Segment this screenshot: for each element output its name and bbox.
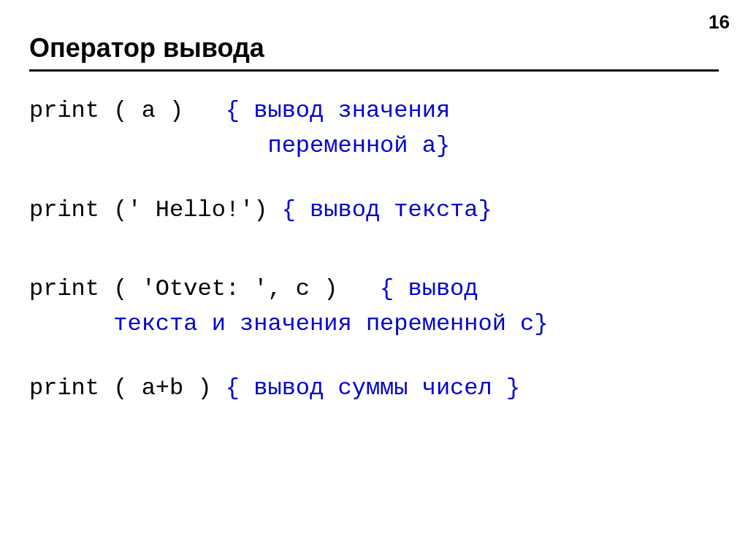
example-4: print ( a+b ) { вывод суммы чисел } [29, 371, 719, 406]
comment-text: { вывод суммы чисел } [226, 375, 520, 402]
comment-text: { вывод [380, 275, 478, 302]
example-1: print ( a ) { вывод значения переменной … [29, 93, 719, 164]
indent [29, 129, 267, 164]
comment-text: текста и значения переменной с} [113, 310, 548, 337]
indent [29, 307, 113, 342]
comment-text: { вывод значения [226, 97, 450, 124]
page-title: Оператор вывода [29, 33, 719, 64]
comment-text: переменной a} [267, 132, 450, 159]
code-text: print ( 'Otvet: ', c ) [29, 275, 380, 302]
example-2: print (' Hello!') { вывод текста} [29, 193, 719, 228]
title-divider [29, 69, 719, 72]
comment-text: { вывод текста} [282, 196, 492, 223]
code-text: print (' Hello!') [29, 196, 282, 223]
page-number: 16 [709, 11, 730, 34]
code-text: print ( a+b ) [29, 375, 226, 402]
code-text: print ( a ) [29, 97, 226, 124]
example-3: print ( 'Otvet: ', c ) { вывод текста и … [29, 272, 719, 342]
